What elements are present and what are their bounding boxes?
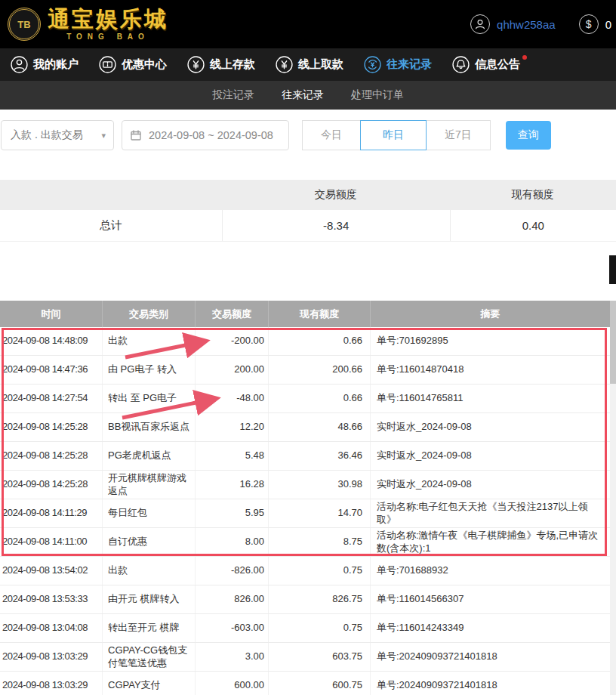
logo-text: 通宝娱乐城 TONG BAO [48,8,168,40]
nav-promo-center[interactable]: 优惠中心 [99,56,167,73]
summary-total-label: 总计 [0,210,222,241]
cell-balance: 30.98 [268,471,370,499]
table-row: 2024-09-08 14:27:54转出 至 PG电子-48.000.66单号… [0,385,610,413]
quick-7days-button[interactable]: 近7日 [426,120,491,150]
page: TB 通宝娱乐城 TONG BAO qhhw258aa $ 0 我的账户 [0,0,616,695]
cell-amount: 16.28 [195,471,268,499]
cell-summary: 实时返水_2024-09-08 [370,471,610,499]
summary-header-row: 交易额度 现有额度 [0,180,616,210]
cell-time: 2024-09-08 14:25:28 [0,413,102,441]
cell-balance: 0.66 [268,327,370,355]
nav-my-account[interactable]: 我的账户 [11,56,79,73]
table-row: 2024-09-08 13:03:29CGPAY-CG钱包支付笔笔送优惠3.00… [0,643,610,672]
quick-range-group: 今日 昨日 近7日 [303,120,491,150]
col-header-type: 交易类别 [102,301,195,327]
cell-balance: 8.75 [268,528,370,556]
tab-processing-orders[interactable]: 处理中订单 [351,88,404,102]
search-button[interactable]: 查询 [506,121,551,150]
table-row: 2024-09-08 13:04:08转出至开元 棋牌-603.000.75单号… [0,614,610,643]
cell-summary: 活动名称:激情午夜《电子棋牌捕鱼》专场,已申请次数(含本次):1 [370,528,610,556]
cell-balance: 0.75 [268,614,370,642]
cell-type: BB视讯百家乐返点 [102,413,195,441]
records-exchange-icon [364,56,381,73]
wallet-icon[interactable]: $ [579,14,599,34]
cell-balance: 14.70 [268,499,370,527]
table-row: 2024-09-08 14:11:29每日红包5.9514.70活动名称:电子红… [0,499,610,528]
floating-widget[interactable] [609,255,616,284]
withdraw-coin-icon [276,56,293,73]
cell-amount: 5.95 [195,499,268,527]
quick-today-button[interactable]: 今日 [302,120,361,150]
select-value: 入款 . 出款交易 [11,128,83,142]
cell-balance: 603.75 [268,643,370,671]
casino-chip-icon: TB [8,8,41,41]
cell-summary: 单号:701692895 [370,327,610,355]
cell-amount: 8.00 [195,528,268,556]
cell-summary: 实时返水_2024-09-08 [370,413,610,441]
site-title: 通宝娱乐城 [48,8,168,30]
coupon-icon [99,56,116,73]
cell-time: 2024-09-08 14:25:28 [0,471,102,499]
bell-icon [452,56,470,73]
site-subtitle: TONG BAO [48,32,168,41]
nav-label: 信息公告 [475,57,520,72]
cell-balance: 48.66 [268,413,370,441]
nav-announcements[interactable]: 信息公告 [452,56,520,73]
nav-label: 往来记录 [387,57,432,72]
nav-label: 我的账户 [33,57,79,72]
table-row: 2024-09-08 13:53:33由开元 棋牌转入826.00826.75单… [0,585,610,614]
tab-bet-records[interactable]: 投注记录 [212,88,254,102]
summary-total-row: 总计 -8.34 0.40 [0,210,616,242]
cell-type: CGPAY支付 [102,672,195,695]
scrollbar[interactable] [610,301,616,695]
notification-dot [522,55,527,60]
cell-summary: 单号:116014566307 [370,585,610,613]
cell-type: 出款 [102,327,195,355]
user-avatar-icon [470,14,490,34]
cell-type: 由开元 棋牌转入 [102,585,195,613]
nav-online-withdraw[interactable]: 线上取款 [276,56,343,73]
transaction-type-select[interactable]: 入款 . 出款交易 ▾ [1,120,114,150]
nav-online-deposit[interactable]: 线上存款 [187,56,255,73]
summary-table: 交易额度 现有额度 总计 -8.34 0.40 [0,180,616,242]
summary-total-balance: 0.40 [450,210,616,241]
date-range-picker[interactable]: 2024-09-08 ~ 2024-09-08 [122,120,289,150]
cell-amount: 200.00 [195,356,268,384]
cell-type: 转出 至 PG电子 [102,385,195,412]
nav-label: 线上取款 [298,57,343,72]
table-row: 2024-09-08 13:03:29CGPAY支付600.00600.75单号… [0,672,610,695]
top-header: TB 通宝娱乐城 TONG BAO qhhw258aa $ 0 [0,0,616,48]
site-logo[interactable]: TB 通宝娱乐城 TONG BAO [8,8,168,41]
account-area: qhhw258aa $ 0 [470,14,611,34]
cell-time: 2024-09-08 14:11:00 [0,528,102,556]
scrollbar-thumb[interactable] [610,301,616,384]
cell-time: 2024-09-08 14:25:28 [0,442,102,470]
cell-type: 出款 [102,557,195,585]
cell-type: 自订优惠 [102,528,195,556]
cell-balance: 0.75 [268,557,370,585]
table-row: 2024-09-08 14:25:28开元棋牌棋牌游戏返点16.2830.98实… [0,471,610,499]
quick-yesterday-button[interactable]: 昨日 [360,120,427,150]
col-header-time: 时间 [0,301,102,327]
cell-balance: 200.66 [268,356,370,384]
cell-time: 2024-09-08 14:48:09 [0,327,102,355]
cell-balance: 826.75 [268,585,370,613]
wallet-balance: 0 [605,18,611,31]
nav-label: 优惠中心 [122,57,167,72]
username[interactable]: qhhw258aa [497,18,556,31]
cell-type: 由 PG电子 转入 [102,356,195,384]
cell-summary: 单号:202409093721401818 [370,672,610,695]
cell-amount: 3.00 [195,643,268,671]
cell-summary: 单号:116014765811 [370,385,610,412]
cell-balance: 600.75 [268,672,370,695]
cell-amount: -603.00 [195,614,268,642]
cell-summary: 单号:116014870418 [370,356,610,384]
table-row: 2024-09-08 14:25:28BB视讯百家乐返点12.2048.66实时… [0,413,610,442]
nav-transaction-records[interactable]: 往来记录 [364,56,432,73]
cell-balance: 0.66 [268,385,370,412]
main-nav: 我的账户 优惠中心 线上存款 线上取款 往来记录 [0,48,616,81]
tab-transaction-records[interactable]: 往来记录 [282,88,324,102]
table-row: 2024-09-08 14:48:09出款-200.000.66单号:70169… [0,327,610,356]
calendar-icon [130,129,142,141]
cell-type: CGPAY-CG钱包支付笔笔送优惠 [102,643,195,671]
